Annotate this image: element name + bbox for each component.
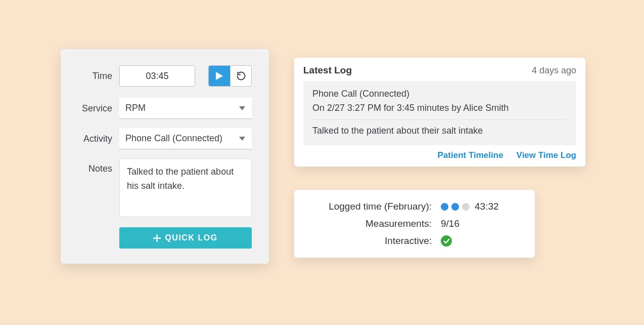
chevron-down-icon (239, 136, 246, 141)
plus-icon (153, 234, 161, 242)
activity-row: Activity Phone Call (Connected) (78, 128, 252, 149)
reset-button[interactable] (230, 66, 251, 86)
notes-row: Notes (78, 158, 252, 217)
latest-log-actions: Patient Timeline View Time Log (303, 150, 576, 160)
check-circle-icon (441, 235, 452, 247)
patient-timeline-link[interactable]: Patient Timeline (438, 150, 503, 160)
stats-card: Logged time (February): 43:32 Measuremen… (294, 190, 535, 258)
log-note-line: Talked to the patient about their salt i… (312, 124, 567, 138)
logged-time-text: 43:32 (475, 201, 499, 212)
svg-marker-2 (239, 137, 245, 141)
log-activity-line: Phone Call (Connected) (312, 87, 567, 101)
dot-icon (441, 203, 448, 211)
service-label: Service (78, 103, 112, 114)
divider (312, 119, 567, 120)
play-button[interactable] (209, 66, 230, 86)
view-time-log-link[interactable]: View Time Log (517, 150, 576, 160)
activity-label: Activity (78, 134, 112, 144)
latest-log-body: Phone Call (Connected) On 2/27 3:27 PM f… (303, 81, 576, 145)
play-icon (215, 71, 223, 80)
measurements-row: Measurements: 9/16 (308, 218, 521, 229)
activity-select[interactable]: Phone Call (Connected) (119, 128, 252, 149)
refresh-icon (236, 71, 246, 81)
timer-button-group (208, 65, 252, 87)
quick-log-form-card: Time Service RPM Activity Phone Call (Co… (61, 49, 269, 264)
dot-icon (462, 203, 470, 211)
spacer (78, 227, 119, 249)
progress-dots (441, 203, 470, 211)
chevron-down-icon (239, 106, 246, 111)
svg-marker-0 (216, 72, 223, 80)
logged-time-label: Logged time (February): (308, 201, 441, 212)
notes-textarea[interactable] (119, 158, 252, 217)
submit-row: QUICK LOG (78, 227, 252, 249)
check-icon (443, 238, 450, 244)
time-input[interactable] (119, 65, 195, 87)
interactive-label: Interactive: (308, 235, 441, 247)
activity-value: Phone Call (Connected) (125, 133, 222, 144)
service-row: Service RPM (78, 98, 252, 119)
notes-label: Notes (78, 158, 112, 174)
service-select[interactable]: RPM (119, 98, 252, 119)
quick-log-button-label: QUICK LOG (165, 233, 217, 242)
time-label: Time (78, 71, 112, 82)
interactive-row: Interactive: (308, 235, 521, 247)
latest-log-header: Latest Log 4 days ago (303, 65, 576, 76)
quick-log-button[interactable]: QUICK LOG (119, 227, 252, 249)
measurements-value: 9/16 (441, 218, 459, 229)
interactive-value (441, 235, 452, 247)
service-value: RPM (125, 103, 146, 113)
latest-log-age: 4 days ago (532, 65, 576, 76)
time-row: Time (78, 65, 252, 87)
log-detail-line: On 2/27 3:27 PM for 3:45 minutes by Alic… (312, 101, 567, 115)
svg-marker-1 (239, 106, 245, 110)
measurements-label: Measurements: (308, 218, 441, 229)
latest-log-title: Latest Log (303, 65, 352, 76)
logged-time-row: Logged time (February): 43:32 (308, 201, 521, 212)
dot-icon (451, 203, 459, 211)
logged-time-value: 43:32 (441, 201, 499, 212)
latest-log-card: Latest Log 4 days ago Phone Call (Connec… (294, 58, 585, 167)
